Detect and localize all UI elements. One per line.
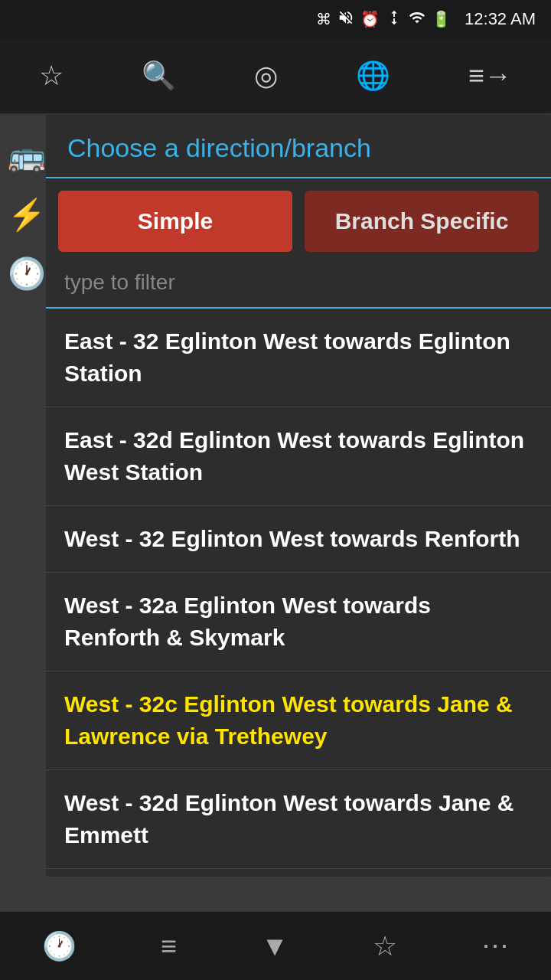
bottom-navigation: 🕐 ≡ ▼ ☆ ⋯ <box>0 911 551 980</box>
recents-bottom-icon[interactable]: 🕐 <box>42 930 77 962</box>
filter-container <box>46 252 551 309</box>
directions-side-icon: ⚡ <box>8 197 42 233</box>
more-bottom-icon[interactable]: ⋯ <box>481 930 509 962</box>
list-item[interactable]: West - 32 Eglinton West towards Renforth <box>46 506 551 573</box>
dialog-title: Choose a direction/branch <box>46 115 551 178</box>
status-icons: ⌘ ⏰ 🔋 12:32 AM <box>316 9 536 30</box>
location-bottom-icon[interactable]: ▼ <box>261 930 289 962</box>
direction-branch-dialog: Choose a direction/branch Simple Branch … <box>46 115 551 877</box>
battery-icon: 🔋 <box>432 10 451 28</box>
menu-nav-icon[interactable]: ≡→ <box>461 52 520 100</box>
top-navigation: ☆ 🔍 ◎ 🌐 ≡→ <box>0 38 551 115</box>
clock-side-icon: 🕐 <box>8 256 42 292</box>
tab-simple[interactable]: Simple <box>58 191 292 252</box>
list-item-text: West - 32d Eglinton West towards Jane & … <box>64 790 514 848</box>
direction-list: East - 32 Eglinton West towards Eglinton… <box>46 309 551 869</box>
list-item[interactable]: West - 32d Eglinton West towards Jane & … <box>46 770 551 869</box>
status-bar: ⌘ ⏰ 🔋 12:32 AM <box>0 0 551 38</box>
signal-icon <box>409 9 425 30</box>
star-nav-icon[interactable]: ☆ <box>31 52 71 100</box>
globe-nav-icon[interactable]: 🌐 <box>348 52 398 100</box>
tab-row: Simple Branch Specific <box>46 178 551 252</box>
list-bottom-icon[interactable]: ≡ <box>161 930 177 962</box>
list-item-text: East - 32d Eglinton West towards Eglinto… <box>64 427 524 485</box>
search-nav-icon[interactable]: 🔍 <box>134 52 184 100</box>
wifi-icon: ⌘ <box>316 10 331 28</box>
list-item[interactable]: East - 32 Eglinton West towards Eglinton… <box>46 309 551 407</box>
star-bottom-icon[interactable]: ☆ <box>373 930 397 962</box>
tab-branch-specific[interactable]: Branch Specific <box>305 191 539 252</box>
location-nav-icon[interactable]: ◎ <box>246 52 285 100</box>
mute-icon <box>337 9 354 30</box>
side-icons-panel: 🚌 ⚡ 🕐 <box>0 122 50 307</box>
list-item-text: West - 32a Eglinton West towards Renfort… <box>64 593 431 650</box>
list-item-text: East - 32 Eglinton West towards Eglinton… <box>64 328 510 386</box>
list-item-text-highlighted: West - 32c Eglinton West towards Jane & … <box>64 691 513 749</box>
list-item[interactable]: East - 32d Eglinton West towards Eglinto… <box>46 407 551 506</box>
filter-input[interactable] <box>61 264 536 301</box>
bus-side-icon: 🚌 <box>8 138 42 174</box>
list-item-highlighted[interactable]: West - 32c Eglinton West towards Jane & … <box>46 671 551 770</box>
list-item-text: West - 32 Eglinton West towards Renforth <box>64 526 520 551</box>
list-item[interactable]: West - 32a Eglinton West towards Renfort… <box>46 573 551 671</box>
status-time: 12:32 AM <box>465 9 536 29</box>
data-transfer-icon <box>386 9 403 30</box>
alarm-icon: ⏰ <box>360 10 380 28</box>
